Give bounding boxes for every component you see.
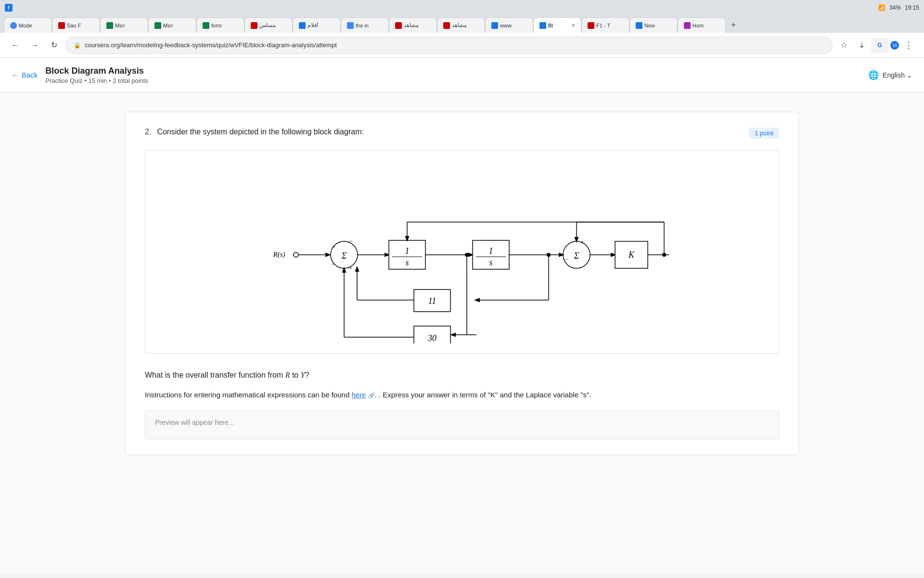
block-diagram-container: text { font-family: 'Times New Roman', s… <box>145 150 779 354</box>
address-bar[interactable]: 🔒 coursera.org/learn/modeling-feedback-s… <box>65 37 833 54</box>
back-arrow-icon: ← <box>12 71 19 79</box>
tab-label-15: Hom <box>693 23 704 28</box>
svg-text:30: 30 <box>427 333 436 343</box>
language-button[interactable]: English ⌄ <box>883 71 912 79</box>
lock-icon: 🔒 <box>74 42 81 49</box>
svg-text:11: 11 <box>428 296 436 306</box>
back-nav-button[interactable]: ← <box>8 38 23 53</box>
preview-box: Preview will appear here... <box>145 410 779 439</box>
tab-label-5: form <box>211 23 222 28</box>
forward-nav-button[interactable]: → <box>27 38 42 53</box>
globe-icon: 🌐 <box>868 70 879 80</box>
translate-button[interactable]: G <box>871 38 888 53</box>
tab-favicon-6 <box>251 22 257 29</box>
svg-text:1: 1 <box>405 246 410 256</box>
tab-label-12: Bl <box>548 23 553 28</box>
browser-tab-6[interactable]: مسلس <box>244 17 293 33</box>
tab-favicon-11 <box>491 22 498 29</box>
transfer-function-question: What is the overall transfer function fr… <box>145 369 779 381</box>
tab-label-14: New <box>644 23 655 28</box>
quiz-info: Block Diagram Analysis Practice Quiz • 1… <box>45 66 148 84</box>
svg-text:1: 1 <box>489 246 493 256</box>
language-label: English <box>883 71 905 79</box>
bookmark-button[interactable]: ☆ <box>836 38 852 53</box>
quiz-subtitle: Practice Quiz • 15 min • 2 total points <box>45 77 148 84</box>
tab-label-6: مسلس <box>259 22 276 28</box>
block-diagram-svg: text { font-family: 'Times New Roman', s… <box>255 160 669 343</box>
instructions-suffix: . Express your answer in terms of "K" an… <box>379 391 591 399</box>
browser-tab-7[interactable]: أفلام <box>293 17 341 33</box>
tab-favicon-12 <box>539 22 546 29</box>
notification-badge[interactable]: 18 <box>890 41 899 50</box>
tab-favicon-15 <box>684 22 691 29</box>
svg-text:+: + <box>580 238 584 246</box>
tab-favicon-7 <box>299 22 306 29</box>
browser-tab-11[interactable]: www <box>485 17 533 33</box>
wifi-icon: 📶 <box>878 4 886 11</box>
svg-text:+: + <box>349 264 352 272</box>
url-text: coursera.org/learn/modeling-feedback-sys… <box>85 41 824 49</box>
tab-label-9: مشاهد <box>404 22 419 28</box>
browser-tab-14[interactable]: New <box>629 17 678 33</box>
browser-tab-5[interactable]: form <box>196 17 244 33</box>
tab-close-12[interactable]: ✕ <box>571 23 575 28</box>
svg-text:−: − <box>565 256 568 263</box>
tab-label-8: the in <box>356 23 369 28</box>
tab-label-10: مشاهد <box>452 22 467 28</box>
svg-text:R(s): R(s) <box>273 250 285 259</box>
tab-favicon-13 <box>588 22 594 29</box>
browser-tab-12[interactable]: Bl ✕ <box>533 17 581 33</box>
question-number: 2. <box>145 128 151 136</box>
tab-bar: Mode Sao F Micr Micr form مسلس أفلام th <box>0 15 924 33</box>
browser-tab-3[interactable]: Micr <box>100 17 148 33</box>
instructions-text: Instructions for entering mathematical e… <box>145 389 779 401</box>
tab-label-7: أفلام <box>308 22 318 28</box>
svg-text:−: − <box>349 237 352 245</box>
svg-text:Σ: Σ <box>341 251 347 261</box>
tab-favicon-1 <box>10 22 17 29</box>
svg-point-1 <box>294 252 298 257</box>
back-button[interactable]: ← Back <box>12 71 38 79</box>
browser-tab-10[interactable]: مشاهد <box>437 17 485 33</box>
browser-tab-13[interactable]: F1 - T <box>581 17 629 33</box>
svg-text:+: + <box>332 243 335 250</box>
tab-favicon-5 <box>203 22 209 29</box>
browser-tab-9[interactable]: مشاهد <box>389 17 437 33</box>
new-tab-button[interactable]: + <box>726 18 741 32</box>
svg-text:K: K <box>628 250 635 260</box>
instructions-prefix: Instructions for entering mathematical e… <box>145 391 351 399</box>
browser-tab-1[interactable]: Mode <box>4 17 52 33</box>
back-label: Back <box>22 71 38 79</box>
facebook-icon: f <box>5 4 13 12</box>
tab-label-13: F1 - T <box>596 23 610 28</box>
question-header: 2. Consider the system depicted in the f… <box>145 128 779 139</box>
header-left: ← Back Block Diagram Analysis Practice Q… <box>12 66 148 84</box>
tab-label-4: Micr <box>163 23 173 28</box>
download-button[interactable]: ⇣ <box>854 38 869 53</box>
main-content: 2. Consider the system depicted in the f… <box>0 92 924 574</box>
tab-favicon-2 <box>58 22 65 29</box>
instructions-link[interactable]: here <box>351 391 366 399</box>
svg-text:Σ: Σ <box>574 251 579 261</box>
tab-favicon-14 <box>636 22 642 29</box>
header-right: 🌐 English ⌄ <box>868 70 912 80</box>
browser-tab-15[interactable]: Hom <box>678 17 726 33</box>
point-badge: 1 point <box>749 128 779 139</box>
tab-label-1: Mode <box>19 23 32 28</box>
variable-R: R <box>285 371 290 379</box>
question-text: Consider the system depicted in the foll… <box>157 128 364 136</box>
external-link-icon: 🔗 <box>368 393 375 398</box>
browser-tab-8[interactable]: the in <box>341 17 389 33</box>
browser-tab-2[interactable]: Sao F <box>52 17 100 33</box>
svg-text:−: − <box>331 261 334 268</box>
time-display: 19:15 <box>905 4 919 11</box>
reload-button[interactable]: ↻ <box>46 38 62 53</box>
variable-Y: Y <box>301 371 305 379</box>
tab-label-2: Sao F <box>67 23 81 28</box>
browser-tab-4[interactable]: Micr <box>148 17 196 33</box>
chevron-down-icon: ⌄ <box>907 71 912 79</box>
svg-text:s: s <box>489 258 492 267</box>
tab-favicon-8 <box>347 22 354 29</box>
svg-text:s: s <box>405 258 409 267</box>
menu-button[interactable]: ⋮ <box>901 38 916 53</box>
